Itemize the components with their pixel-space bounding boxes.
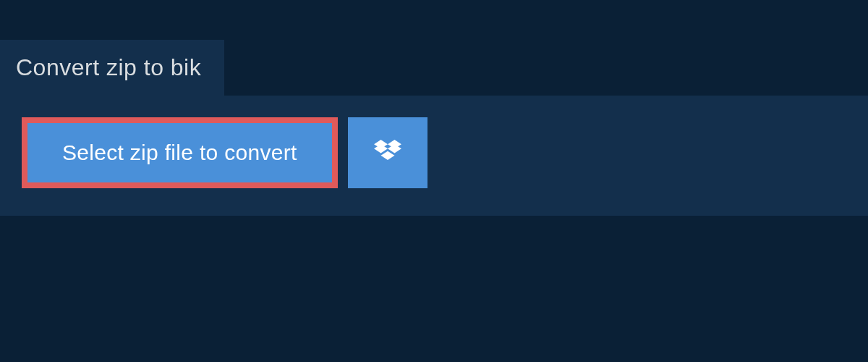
select-file-label: Select zip file to convert [62,140,297,165]
dropbox-button[interactable] [348,117,427,188]
button-row: Select zip file to convert [22,117,846,188]
main-panel: Select zip file to convert [0,96,868,216]
tab-header: Convert zip to bik [0,40,224,96]
page-title: Convert zip to bik [16,54,201,81]
dropbox-icon [374,140,401,166]
select-file-button[interactable]: Select zip file to convert [22,117,338,188]
